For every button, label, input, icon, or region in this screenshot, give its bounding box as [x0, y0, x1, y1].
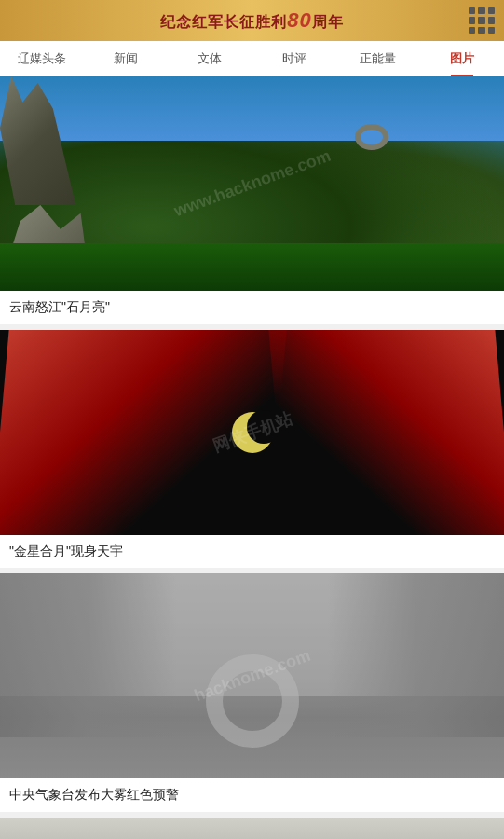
news-item-smog[interactable]: hacknome.com 中央气象台发布大雾红色预警 — [0, 573, 504, 812]
news-image-smog: hacknome.com — [0, 573, 504, 778]
tab-culture[interactable]: 文体 — [168, 41, 252, 76]
news-item-people[interactable]: hacknome.com — [0, 818, 504, 839]
tab-positive[interactable]: 正能量 — [336, 41, 420, 76]
news-item-eclipse[interactable]: 网侠手机站 "金星合月"现身天宇 — [0, 330, 504, 569]
banner-title: 纪念红军长征胜利80周年 — [35, 8, 469, 33]
news-image-people: hacknome.com — [0, 818, 504, 839]
tab-liaomei[interactable]: 辽媒头条 — [0, 41, 84, 76]
news-image-mountain: www.hacknome.com — [0, 76, 504, 291]
header-banner: 纪念红军长征胜利80周年 — [0, 0, 504, 41]
news-list: www.hacknome.com 云南怒江"石月亮" 网侠手机站 "金星合月"现… — [0, 76, 504, 839]
moon-crescent-shape — [225, 405, 280, 461]
news-caption-smog: 中央气象台发布大雾红色预警 — [0, 778, 504, 812]
grid-menu-icon[interactable] — [469, 7, 495, 34]
svg-point-1 — [247, 410, 280, 444]
watermark-1: www.hacknome.com — [171, 146, 334, 221]
nav-tabs: 辽媒头条 新闻 文体 时评 正能量 图片 — [0, 41, 504, 76]
banner-text-pre: 纪念红军长征胜利 — [160, 14, 287, 30]
news-item-mountain[interactable]: www.hacknome.com 云南怒江"石月亮" — [0, 76, 504, 324]
tab-photo[interactable]: 图片 — [420, 41, 504, 76]
news-caption-eclipse: "金星合月"现身天宇 — [0, 535, 504, 569]
news-caption-mountain: 云南怒江"石月亮" — [0, 291, 504, 324]
news-image-eclipse: 网侠手机站 — [0, 330, 504, 535]
tab-news[interactable]: 新闻 — [84, 41, 168, 76]
banner-text-post: 周年 — [312, 14, 344, 30]
banner-number: 80 — [287, 8, 311, 32]
tab-comment[interactable]: 时评 — [252, 41, 336, 76]
